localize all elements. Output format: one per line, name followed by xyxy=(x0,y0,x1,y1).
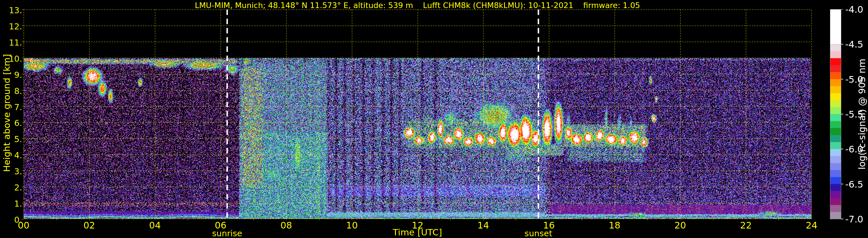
y-tick-label: 1. xyxy=(0,199,22,209)
x-tick-label: 24 xyxy=(799,220,825,231)
colorbar xyxy=(830,9,843,219)
y-tick-label: 5. xyxy=(0,134,22,144)
x-tick-label: 08 xyxy=(273,220,299,231)
y-tick-label: 3. xyxy=(0,167,22,176)
y-tick-label: 13. xyxy=(0,5,22,15)
x-tick-label: 02 xyxy=(76,220,102,231)
heatmap-canvas xyxy=(24,9,812,219)
y-tick-label: 12. xyxy=(0,22,22,31)
x-tick-label: 18 xyxy=(602,220,628,231)
y-tick-label: 9. xyxy=(0,70,22,80)
sunset-label: sunset xyxy=(525,229,552,238)
y-tick-label: 8. xyxy=(0,86,22,96)
x-tick-label: 20 xyxy=(667,220,693,231)
ceilometer-quicklook-figure: LMU-MIM, Munich; 48.148° N 11.573° E, al… xyxy=(0,0,868,238)
y-tick-label: 10. xyxy=(0,54,22,64)
x-tick-label: 22 xyxy=(733,220,759,231)
x-tick-label: 10 xyxy=(339,220,365,231)
y-tick-label: 4. xyxy=(0,150,22,160)
colorbar-tick-label: -4.5 xyxy=(845,39,863,50)
y-tick-label: 11. xyxy=(0,38,22,48)
sunrise-label: sunrise xyxy=(212,229,242,238)
y-tick-label: 6. xyxy=(0,118,22,128)
colorbar-label: log(rc-signal) @ 905 nm xyxy=(857,59,867,170)
y-tick-label: 7. xyxy=(0,102,22,112)
x-tick-label: 04 xyxy=(142,220,168,231)
colorbar-tick-label: -4.0 xyxy=(845,4,863,15)
page-title: LMU-MIM, Munich; 48.148° N 11.573° E, al… xyxy=(195,1,640,10)
colorbar-tick-label: -7.0 xyxy=(845,214,863,225)
colorbar-tick-label: -6.5 xyxy=(845,179,863,190)
y-tick-label: 2. xyxy=(0,183,22,192)
x-tick-label: 14 xyxy=(470,220,496,231)
x-tick-label: 00 xyxy=(11,220,37,231)
x-axis-label: Time [UTC] xyxy=(393,227,442,237)
